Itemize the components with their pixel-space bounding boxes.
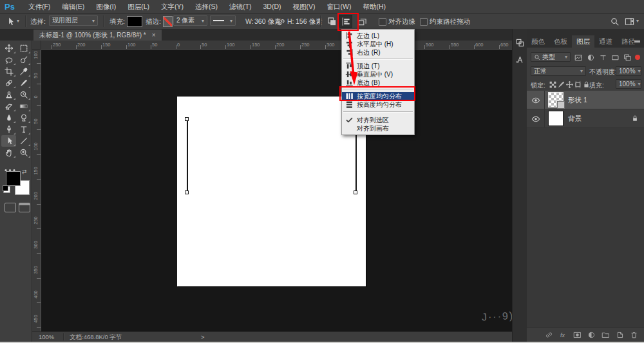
new-layer-icon[interactable]	[616, 331, 624, 339]
align-menu-item[interactable]: 水平居中 (H)	[342, 40, 414, 48]
menubar-item[interactable]: 滤镜(T)	[223, 0, 257, 13]
layer-mask-icon[interactable]	[573, 331, 582, 339]
align-menu-item[interactable]: 垂直居中 (V)	[342, 70, 414, 79]
shape-filter-icon[interactable]	[611, 53, 621, 63]
panel-tab-1[interactable]: 色板	[549, 35, 572, 48]
line-tool[interactable]	[16, 135, 31, 147]
layer-name[interactable]: 背景	[568, 115, 582, 124]
blur-tool[interactable]	[1, 112, 16, 124]
lock-artboard-icon[interactable]	[574, 80, 582, 89]
status-chevron-icon[interactable]: >	[201, 332, 205, 342]
document-canvas[interactable]	[177, 97, 366, 286]
quick-mask-button[interactable]	[5, 203, 16, 212]
menubar-item[interactable]: 图像(I)	[90, 0, 122, 13]
gradient-tool[interactable]	[16, 100, 31, 112]
constrain-path-checkbox[interactable]	[420, 18, 428, 26]
eyedropper-tool[interactable]	[16, 66, 31, 77]
layer-filter-dropdown[interactable]: 类型 ▾	[531, 52, 571, 62]
lock-image-icon[interactable]	[557, 80, 565, 89]
select-mode-dropdown[interactable]: 现用图层▾	[49, 15, 98, 26]
path-arrange-button[interactable]	[355, 15, 368, 28]
dodge-tool[interactable]	[16, 112, 31, 124]
stroke-type-dropdown[interactable]: ▾	[210, 15, 236, 26]
link-layers-icon[interactable]	[545, 331, 553, 339]
lock-position-icon[interactable]	[565, 80, 574, 89]
fill-color-swatch[interactable]	[127, 16, 142, 27]
menubar-item[interactable]: 3D(D)	[258, 0, 287, 13]
history-panel-icon[interactable]	[515, 38, 525, 48]
swap-colors-icon[interactable]: ⇄	[22, 169, 27, 175]
panel-tab-2[interactable]: 图层	[572, 35, 594, 48]
menubar-item[interactable]: 图层(L)	[122, 0, 155, 13]
layer-visibility-eye-icon[interactable]	[531, 115, 540, 124]
align-menu-item[interactable]: 对齐到画布	[342, 124, 414, 133]
height-field[interactable]: 156 像素	[296, 14, 322, 29]
screen-mode-button[interactable]	[19, 203, 30, 212]
edit-toolbar-icon[interactable]	[3, 163, 17, 172]
align-menu-item[interactable]: 左边 (L)	[342, 32, 414, 40]
menubar-item[interactable]: 帮助(H)	[357, 0, 392, 13]
stroke-width-dropdown[interactable]: 2 像素▾	[173, 15, 207, 26]
adjustment-filter-icon[interactable]	[587, 53, 596, 63]
lock-transparent-icon[interactable]	[549, 80, 557, 89]
menubar-item[interactable]: 选择(S)	[189, 0, 223, 13]
layer-fill-dropdown[interactable]: 100% ▾	[616, 79, 641, 89]
layer-name[interactable]: 形状 1	[568, 96, 587, 105]
menubar-item[interactable]: 视图(V)	[287, 0, 321, 13]
chevron-down-icon[interactable]: ▾	[636, 14, 639, 29]
menubar-item[interactable]: 编辑(E)	[56, 0, 90, 13]
line-right-bottom-handle[interactable]	[354, 190, 357, 194]
align-menu-item[interactable]: 底边 (B)	[342, 79, 414, 87]
zoom-tool[interactable]	[16, 147, 31, 158]
align-menu-item[interactable]: 按宽度均匀分布	[342, 92, 414, 100]
menubar-item[interactable]: 窗口(W)	[321, 0, 357, 13]
panel-menu-icon[interactable]	[633, 37, 641, 46]
line-left-top-handle[interactable]	[185, 117, 189, 121]
search-icon[interactable]	[608, 15, 621, 28]
layer-group-icon[interactable]	[601, 331, 610, 339]
eraser-tool[interactable]	[1, 100, 16, 112]
menubar-item[interactable]: 文件(F)	[23, 0, 56, 13]
type-filter-icon[interactable]	[599, 53, 609, 63]
panel-tab-0[interactable]: 颜色	[527, 35, 549, 48]
pixel-filter-icon[interactable]	[574, 53, 584, 63]
document-tab[interactable]: 未标题-1 @ 100% (形状 1, RGB/8#) * ×	[33, 30, 162, 41]
opacity-dropdown[interactable]: 100% ▾	[616, 66, 641, 76]
hand-tool[interactable]	[1, 147, 16, 158]
crop-tool[interactable]	[1, 66, 16, 77]
align-edges-checkbox[interactable]	[379, 18, 386, 26]
panel-tab-3[interactable]: 通道	[594, 35, 617, 48]
align-menu-item[interactable]: 顶边 (T)	[342, 62, 414, 70]
move-tool[interactable]	[1, 42, 16, 54]
layer-row[interactable]: 形状 1	[527, 91, 644, 109]
type-tool[interactable]	[16, 124, 31, 135]
link-dimensions-icon[interactable]	[274, 15, 287, 28]
foreground-color-swatch[interactable]	[6, 171, 21, 186]
current-tool-icon[interactable]	[3, 15, 16, 28]
align-menu-item[interactable]: 右边 (R)	[342, 48, 414, 57]
marquee-tool[interactable]	[16, 42, 31, 54]
workspace-switcher-icon[interactable]	[623, 15, 636, 28]
align-menu-item[interactable]: 对齐到选区	[342, 116, 414, 124]
character-panel-icon[interactable]	[515, 55, 525, 64]
path-align-button[interactable]	[339, 15, 352, 28]
menubar-item[interactable]: 文字(Y)	[155, 0, 189, 13]
path-selection-tool[interactable]	[1, 135, 16, 147]
line-left-bottom-handle[interactable]	[185, 190, 189, 194]
layer-row[interactable]: 背景	[527, 109, 644, 128]
brush-tool[interactable]	[16, 77, 31, 89]
tab-close-icon[interactable]: ×	[152, 32, 156, 39]
smart-object-filter-icon[interactable]	[623, 53, 633, 63]
delete-layer-icon[interactable]	[630, 331, 638, 339]
zoom-level-field[interactable]: 100%	[39, 332, 54, 342]
layer-thumbnail[interactable]	[548, 92, 564, 107]
combine-shapes-button[interactable]	[325, 15, 338, 28]
shape-line-left[interactable]	[187, 119, 188, 192]
healing-brush-tool[interactable]	[1, 77, 16, 89]
layer-style-icon[interactable]: fx	[559, 331, 567, 339]
history-brush-tool[interactable]	[16, 89, 31, 100]
default-colors-icon[interactable]	[3, 186, 10, 193]
align-menu-item[interactable]: 按高度均匀分布	[342, 100, 414, 109]
clone-stamp-tool[interactable]	[1, 89, 16, 100]
lasso-tool[interactable]	[1, 54, 16, 66]
